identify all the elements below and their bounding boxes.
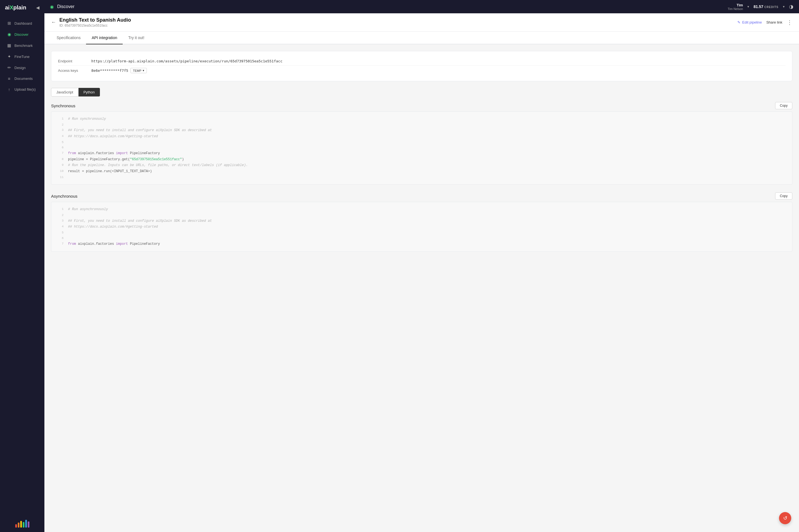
sidebar-item-benchmark[interactable]: ▦ Benchmark bbox=[2, 40, 43, 51]
lang-tab-javascript[interactable]: JavaScript bbox=[51, 88, 78, 96]
temp-badge-label: TEMP bbox=[133, 69, 142, 72]
sidebar-item-dashboard[interactable]: ⊞ Dashboard bbox=[2, 18, 43, 28]
topbar-right: Tim Tim Nelson ▾ 81.57 CREDITS ▾ ◑ bbox=[728, 3, 794, 11]
sync-title: Synchronous bbox=[51, 103, 75, 108]
edit-pipeline-button[interactable]: ✎ Edit pipeline bbox=[738, 20, 762, 24]
topbar-discover-icon: ◉ bbox=[50, 4, 54, 10]
logo-text: aiXplain bbox=[5, 4, 26, 11]
credits-amount: 81.57 CREDITS bbox=[753, 4, 779, 9]
sync-copy-button[interactable]: Copy bbox=[775, 102, 792, 109]
colorbar-decoration bbox=[15, 519, 30, 528]
code-line: 3 ## First, you need to install and conf… bbox=[51, 218, 792, 224]
tab-try-it-out[interactable]: Try it out! bbox=[123, 32, 150, 44]
credits-dropdown-icon[interactable]: ▾ bbox=[783, 5, 785, 8]
tab-api-integration[interactable]: API integration bbox=[86, 32, 123, 44]
sidebar-item-label: Discover bbox=[14, 33, 29, 37]
code-line: 1 # Run asynchronously bbox=[51, 207, 792, 213]
tabs-bar: Specifications API integration Try it ou… bbox=[44, 32, 799, 44]
user-dropdown-icon[interactable]: ▾ bbox=[747, 5, 749, 8]
code-line: 5 bbox=[51, 230, 792, 236]
code-line: 2 bbox=[51, 213, 792, 218]
sidebar-item-finetune[interactable]: ✦ FineTune bbox=[2, 51, 43, 62]
sidebar-item-design[interactable]: ✏ Design bbox=[2, 62, 43, 73]
page-title: English Text to Spanish Audio bbox=[59, 17, 131, 23]
sidebar-item-label: Upload file(s) bbox=[14, 87, 36, 92]
theme-toggle-button[interactable]: ◑ bbox=[789, 4, 794, 10]
page-subtitle: ID: 65d73975015ea5c1e551facc bbox=[59, 23, 131, 27]
code-line: 8 pipeline = PipelineFactory.get("65d739… bbox=[51, 157, 792, 163]
sidebar-item-label: Dashboard bbox=[14, 21, 32, 25]
code-line: 4 ## https://docs.aixplain.com/#getting-… bbox=[51, 134, 792, 140]
credits-badge[interactable]: 81.57 CREDITS bbox=[753, 4, 779, 9]
user-sub: Tim Nelson bbox=[728, 7, 743, 11]
discover-icon: ◉ bbox=[7, 32, 12, 37]
benchmark-icon: ▦ bbox=[7, 43, 12, 48]
topbar-title: Discover bbox=[57, 4, 724, 9]
code-line: 5 bbox=[51, 140, 792, 145]
main-content: ◉ Discover Tim Tim Nelson ▾ 81.57 CREDIT… bbox=[44, 0, 799, 532]
access-key-wrap: 8e6e*********f7f5 TEMP ▾ bbox=[91, 68, 147, 73]
sidebar-item-upload[interactable]: ↑ Upload file(s) bbox=[2, 84, 43, 95]
code-line: 6 bbox=[51, 236, 792, 241]
design-icon: ✏ bbox=[7, 65, 12, 70]
sync-section-header: Synchronous Copy bbox=[51, 102, 792, 109]
edit-icon: ✎ bbox=[738, 20, 741, 24]
sync-code-block: 1 # Run synchronously 2 3 ## First, you … bbox=[51, 111, 792, 185]
code-line: 1 # Run synchronously bbox=[51, 116, 792, 122]
temp-badge-chevron: ▾ bbox=[143, 69, 144, 72]
asynchronous-section: Asynchronous Copy 1 # Run asynchronously… bbox=[51, 192, 792, 252]
api-info-card: Endpoint https://platform-api.aixplain.c… bbox=[51, 51, 792, 81]
code-line: 7 from aixplain.factories import Pipelin… bbox=[51, 241, 792, 247]
code-line: 10 result = pipeline.run(<INPUT_1_TEXT_D… bbox=[51, 169, 792, 175]
code-line: 9 # Run the pipeline. Inputs can be URLs… bbox=[51, 163, 792, 169]
sidebar-footer bbox=[0, 515, 44, 532]
page-header: ← English Text to Spanish Audio ID: 65d7… bbox=[44, 13, 799, 32]
documents-icon: ≡ bbox=[7, 76, 12, 81]
async-copy-button[interactable]: Copy bbox=[775, 192, 792, 200]
sidebar-item-label: Documents bbox=[14, 77, 33, 81]
user-name: Tim bbox=[737, 3, 743, 7]
sidebar: aiXplain ◀ ⊞ Dashboard ◉ Discover ▦ Benc… bbox=[0, 0, 44, 532]
page-title-block: English Text to Spanish Audio ID: 65d739… bbox=[59, 17, 131, 27]
sidebar-item-discover[interactable]: ◉ Discover bbox=[2, 29, 43, 40]
page-header-right: ✎ Edit pipeline Share link ⋮ bbox=[738, 19, 792, 26]
tab-specifications[interactable]: Specifications bbox=[51, 32, 86, 44]
code-line: 2 bbox=[51, 122, 792, 128]
finetune-icon: ✦ bbox=[7, 54, 12, 59]
refresh-fab-button[interactable]: ↺ bbox=[779, 512, 791, 524]
access-keys-row: Access keys 8e6e*********f7f5 TEMP ▾ bbox=[58, 65, 785, 75]
endpoint-label: Endpoint bbox=[58, 59, 86, 63]
dashboard-icon: ⊞ bbox=[7, 21, 12, 26]
user-info[interactable]: Tim Tim Nelson bbox=[728, 3, 743, 11]
access-keys-label: Access keys bbox=[58, 69, 86, 73]
lang-tab-python[interactable]: Python bbox=[78, 88, 100, 96]
code-line: 6 bbox=[51, 145, 792, 151]
access-key-value: 8e6e*********f7f5 bbox=[91, 69, 128, 73]
endpoint-value: https://platform-api.aixplain.com/assets… bbox=[91, 59, 283, 63]
refresh-icon: ↺ bbox=[783, 515, 787, 521]
page-header-left: ← English Text to Spanish Audio ID: 65d7… bbox=[51, 17, 131, 27]
share-link-button[interactable]: Share link bbox=[766, 20, 782, 24]
async-section-header: Asynchronous Copy bbox=[51, 192, 792, 200]
endpoint-row: Endpoint https://platform-api.aixplain.c… bbox=[58, 57, 785, 65]
sidebar-item-label: FineTune bbox=[14, 55, 30, 59]
back-button[interactable]: ← bbox=[51, 19, 56, 25]
topbar: ◉ Discover Tim Tim Nelson ▾ 81.57 CREDIT… bbox=[44, 0, 799, 13]
upload-icon: ↑ bbox=[7, 87, 12, 92]
sidebar-item-label: Design bbox=[14, 66, 25, 70]
sidebar-item-documents[interactable]: ≡ Documents bbox=[2, 74, 43, 84]
sidebar-nav: ⊞ Dashboard ◉ Discover ▦ Benchmark ✦ Fin… bbox=[0, 15, 44, 515]
temp-badge-dropdown[interactable]: TEMP ▾ bbox=[130, 68, 147, 73]
async-code-block: 1 # Run asynchronously 2 3 ## First, you… bbox=[51, 202, 792, 252]
language-tabs: JavaScript Python bbox=[51, 88, 792, 96]
sidebar-toggle-button[interactable]: ◀ bbox=[36, 5, 39, 10]
code-line: 3 ## First, you need to install and conf… bbox=[51, 128, 792, 134]
code-line: 11 bbox=[51, 175, 792, 180]
code-line: 4 ## https://docs.aixplain.com/#getting-… bbox=[51, 224, 792, 230]
async-title: Asynchronous bbox=[51, 194, 77, 198]
sidebar-item-label: Benchmark bbox=[14, 43, 33, 48]
synchronous-section: Synchronous Copy 1 # Run synchronously 2… bbox=[51, 102, 792, 185]
credits-label: CREDITS bbox=[764, 5, 779, 8]
code-line: 7 from aixplain.factories import Pipelin… bbox=[51, 151, 792, 157]
more-options-button[interactable]: ⋮ bbox=[787, 19, 792, 26]
